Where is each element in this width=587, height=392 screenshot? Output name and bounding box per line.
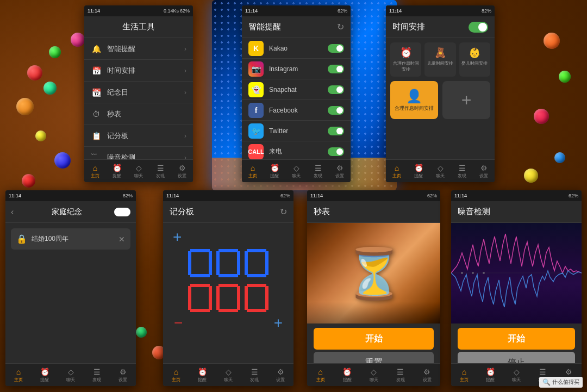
add-time-card[interactable]: + xyxy=(442,81,490,119)
add-score-btn-blue-2[interactable]: + xyxy=(274,314,283,332)
menu-label-3: 纪念日 xyxy=(107,88,184,97)
instagram-toggle[interactable] xyxy=(328,65,344,73)
nav-home-4[interactable]: ⌂ 主页 xyxy=(5,364,32,386)
nav-discover-label-3: 发现 xyxy=(458,173,466,179)
app-item-instagram[interactable]: 📷 Instagram xyxy=(242,59,351,79)
start-button[interactable]: 开始 xyxy=(314,328,434,350)
discover-icon-2: ☰ xyxy=(315,164,322,172)
snapchat-toggle[interactable] xyxy=(328,85,344,94)
add-score-btn-blue[interactable]: + xyxy=(168,228,186,246)
nav-settings-3[interactable]: ⚙ 设置 xyxy=(473,160,495,182)
call-toggle[interactable] xyxy=(328,147,344,156)
scoreboard-icon: 📋 xyxy=(91,130,102,141)
svg-rect-4 xyxy=(218,249,238,252)
nav-settings-4[interactable]: ⚙ 设置 xyxy=(110,364,136,386)
svg-rect-2 xyxy=(209,251,212,275)
snapchat-icon: 👻 xyxy=(248,82,264,97)
back-button[interactable]: ‹ xyxy=(11,207,14,217)
instagram-label: Instagram xyxy=(269,65,328,73)
nav-chat-2[interactable]: ◇ 聊天 xyxy=(285,160,307,182)
status-time-6: 11:14 xyxy=(310,193,323,198)
menu-item-3[interactable]: 📆 纪念日 › xyxy=(84,82,193,103)
nav-settings-1[interactable]: ⚙ 设置 xyxy=(171,160,193,182)
red-score-display xyxy=(168,284,288,312)
baby-label: 婴儿时间安排 xyxy=(461,60,488,66)
nav-discover-6[interactable]: ☰ 发现 xyxy=(387,364,414,386)
nav-discover-2[interactable]: ☰ 发现 xyxy=(307,160,329,182)
kakao-toggle[interactable] xyxy=(328,44,344,53)
nav-chat-3[interactable]: ◇ 聊天 xyxy=(429,160,451,182)
event-item-wedding[interactable]: 🔒 结婚100周年 ✕ xyxy=(11,228,130,250)
refresh-icon-5[interactable]: ↻ xyxy=(280,207,287,217)
menu-item-5[interactable]: 📋 记分板 › xyxy=(84,125,193,147)
app-item-facebook[interactable]: f Facebook xyxy=(242,100,351,121)
nav-alarm-6[interactable]: ⏰ 提醒 xyxy=(334,364,360,386)
refresh-icon[interactable]: ↻ xyxy=(337,22,344,32)
nav-settings-6[interactable]: ⚙ 设置 xyxy=(414,364,440,386)
nav-home-2[interactable]: ⌂ 主页 xyxy=(242,160,264,182)
nav-alarm-3[interactable]: ⏰ 提醒 xyxy=(408,160,429,182)
app-item-kakao[interactable]: K Kakao xyxy=(242,38,351,59)
alarm-icon-2: ⏰ xyxy=(270,164,279,172)
screen-time: 11:14 82% 时间安排 ⏰ 合理作息时间安排 🧸 儿童时间安排 👶 婴儿 xyxy=(386,5,495,182)
nav-discover-4[interactable]: ☰ 发现 xyxy=(84,364,110,386)
time-card-baby[interactable]: 👶 婴儿时间安排 xyxy=(459,42,490,77)
menu-label-5: 记分板 xyxy=(107,131,184,141)
nav-discover-3[interactable]: ☰ 发现 xyxy=(451,160,473,182)
nav-chat-1[interactable]: ◇ 聊天 xyxy=(128,160,149,182)
chat-icon-3: ◇ xyxy=(438,164,444,172)
time-toggle[interactable] xyxy=(469,22,488,33)
nav-chat-5[interactable]: ◇ 聊天 xyxy=(215,364,241,386)
nav-discover-label-5: 发现 xyxy=(250,377,259,383)
svg-rect-7 xyxy=(218,274,238,277)
nav-chat-4[interactable]: ◇ 聊天 xyxy=(58,364,84,386)
app-item-snapchat[interactable]: 👻 Snapchat xyxy=(242,79,351,100)
status-icons-5: 62% xyxy=(280,193,290,198)
nav-label-chat-1: 聊天 xyxy=(134,173,143,179)
app-item-twitter[interactable]: 🐦 Twitter xyxy=(242,121,351,141)
nav-chat-6[interactable]: ◇ 聊天 xyxy=(360,364,387,386)
menu-item-2[interactable]: 📅 时间安排 › xyxy=(84,60,193,82)
nav-home-1[interactable]: ⌂ 主页 xyxy=(84,160,106,182)
facebook-toggle[interactable] xyxy=(328,106,344,115)
subtract-score-btn-red[interactable]: − xyxy=(174,314,183,332)
bottom-nav-4: ⌂ 主页 ⏰ 提醒 ◇ 聊天 ☰ 发现 ⚙ 设置 xyxy=(5,363,136,386)
noise-start-label: 开始 xyxy=(508,333,525,345)
start-label: 开始 xyxy=(365,333,383,345)
nav-home-6[interactable]: ⌂ 主页 xyxy=(307,364,334,386)
alarm-icon-7: ⏰ xyxy=(486,368,495,376)
nav-alarm-2[interactable]: ⏰ 提醒 xyxy=(264,160,285,182)
noise-title: 噪音检测 xyxy=(458,207,490,217)
instagram-icon: 📷 xyxy=(248,61,264,77)
facebook-label: Facebook xyxy=(269,107,328,114)
nav-chat-7[interactable]: ◇ 聊天 xyxy=(503,364,529,386)
active-time-card[interactable]: 👤 合理作息时间安排 xyxy=(390,81,438,119)
nav-discover-5[interactable]: ☰ 发现 xyxy=(241,364,267,386)
close-icon[interactable]: ✕ xyxy=(118,235,125,244)
nav-alarm-5[interactable]: ⏰ 提醒 xyxy=(189,364,215,386)
bottom-nav-2: ⌂ 主页 ⏰ 提醒 ◇ 聊天 ☰ 发现 ⚙ 设置 xyxy=(242,159,351,182)
nav-alarm-4[interactable]: ⏰ 提醒 xyxy=(32,364,58,386)
discover-icon-6: ☰ xyxy=(397,368,404,376)
settings-icon-3: ⚙ xyxy=(480,164,488,172)
time-card-work[interactable]: ⏰ 合理作息时间安排 xyxy=(390,42,421,77)
red-digit-3 xyxy=(245,284,268,312)
nav-settings-2[interactable]: ⚙ 设置 xyxy=(329,160,351,182)
menu-item-4[interactable]: ⏱ 秒表 xyxy=(84,103,193,125)
time-card-children[interactable]: 🧸 儿童时间安排 xyxy=(424,42,455,77)
battery-3: 82% xyxy=(482,8,491,14)
nav-home-3[interactable]: ⌂ 主页 xyxy=(386,160,408,182)
menu-item-1[interactable]: 🔔 智能提醒 › xyxy=(84,38,193,60)
memorial-toggle[interactable] xyxy=(114,208,130,216)
nav-settings-5[interactable]: ⚙ 设置 xyxy=(267,364,294,386)
kakao-icon: K xyxy=(248,41,264,56)
nav-alarm-7[interactable]: ⏰ 提醒 xyxy=(477,364,503,386)
nav-discover-1[interactable]: ☰ 发现 xyxy=(149,160,171,182)
nav-alarm-1[interactable]: ⏰ 提醒 xyxy=(106,160,128,182)
nav-home-7[interactable]: ⌂ 主页 xyxy=(451,364,477,386)
chat-icon-1: ◇ xyxy=(136,164,142,172)
stopwatch-icon: ⏱ xyxy=(91,109,102,120)
twitter-toggle[interactable] xyxy=(328,127,344,135)
nav-home-5[interactable]: ⌂ 主页 xyxy=(163,364,189,386)
noise-start-button[interactable]: 开始 xyxy=(458,328,575,350)
